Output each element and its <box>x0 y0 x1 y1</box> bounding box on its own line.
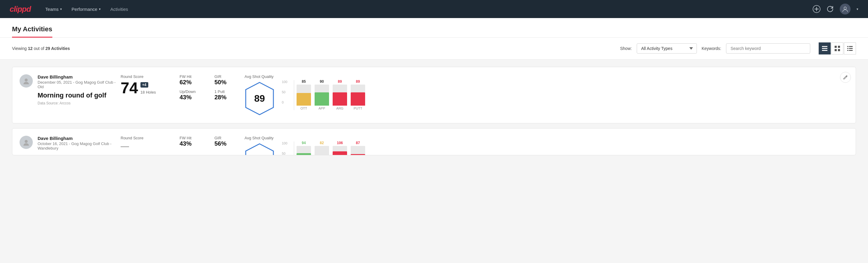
nav-bar: clippd Teams ▾ Performance ▾ Activities <box>0 0 868 18</box>
list-view-button[interactable] <box>819 42 831 55</box>
svg-rect-13 <box>847 50 848 51</box>
gir-block: GIR 50% <box>214 74 240 86</box>
activity-card: Dave Billingham October 16, 2021 - Gog M… <box>12 128 856 155</box>
round-score-label: Round Score <box>121 74 175 79</box>
hex-score <box>245 143 275 155</box>
fw-hit-block: FW Hit 43% <box>180 136 205 147</box>
chevron-down-icon: ▾ <box>60 7 62 11</box>
svg-marker-18 <box>246 144 273 155</box>
shot-quality-block: Avg Shot Quality 100 50 0 <box>245 136 848 155</box>
nav-performance[interactable]: Performance ▾ <box>71 5 101 13</box>
svg-rect-8 <box>838 49 840 51</box>
keyword-input[interactable] <box>726 43 810 54</box>
putt-value: 89 <box>356 80 360 84</box>
ott-bar-col: 94 OTT <box>297 141 311 155</box>
round-score-value: — <box>121 141 129 151</box>
add-icon <box>813 5 820 13</box>
detail-view-button[interactable] <box>844 42 856 55</box>
nav-actions: ▾ <box>813 4 858 14</box>
card-info: Dave Billingham December 05, 2021 - Gog … <box>38 74 116 105</box>
view-toggle <box>819 42 856 55</box>
card-source: Data Source: Arccos <box>38 101 116 105</box>
arg-bar-col: 106 ARG <box>333 141 347 155</box>
arg-label: ARG <box>336 107 343 110</box>
add-button[interactable] <box>813 5 820 13</box>
card-date: December 05, 2021 - Gog Magog Golf Club … <box>38 80 116 89</box>
app-bar-col: 90 APP <box>315 80 329 110</box>
keywords-label: Keywords: <box>702 46 721 51</box>
avg-sq-section: Avg Shot Quality 89 <box>245 74 275 116</box>
user-avatar <box>20 74 33 88</box>
ott-value: 85 <box>302 80 306 84</box>
card-name: Dave Billingham <box>38 136 116 141</box>
user-chevron: ▾ <box>857 7 858 11</box>
card-title: Morning round of golf <box>38 91 116 99</box>
one-putt-block: 1 Putt 28% <box>214 89 240 101</box>
chevron-down-icon: ▾ <box>99 7 101 11</box>
arg-value: 89 <box>338 80 342 84</box>
ott-value: 94 <box>302 141 306 145</box>
user-avatar[interactable] <box>840 4 850 14</box>
svg-rect-9 <box>847 46 848 47</box>
holes-value: 18 Holes <box>141 90 156 94</box>
refresh-button[interactable] <box>827 5 834 12</box>
svg-rect-5 <box>835 46 837 48</box>
svg-rect-7 <box>835 49 837 51</box>
arg-bar-col: 89 ARG <box>333 80 347 110</box>
user-avatar <box>20 136 33 149</box>
user-icon <box>842 6 848 12</box>
svg-rect-4 <box>822 50 828 51</box>
fairway-stats: FW Hit 62% GIR 50% Up/Down 43% 1 Putt 28… <box>180 74 240 101</box>
hexagon-icon <box>245 143 275 155</box>
bar-chart: 100 50 0 85 OTT <box>282 80 365 110</box>
refresh-icon <box>827 5 834 12</box>
show-label: Show: <box>620 46 632 51</box>
activity-type-select[interactable]: All Activity Types <box>637 43 697 54</box>
avg-sq-section: Avg Shot Quality <box>245 136 275 155</box>
page-title: My Activities <box>12 18 52 38</box>
shot-quality-block: Avg Shot Quality 89 100 <box>245 74 848 116</box>
svg-rect-12 <box>849 48 852 49</box>
detail-list-icon <box>847 46 852 51</box>
list-icon <box>822 46 828 51</box>
svg-rect-3 <box>822 48 828 49</box>
viewing-count: Viewing 12 out of 29 Activities <box>12 46 613 51</box>
svg-rect-10 <box>849 46 852 47</box>
card-info: Dave Billingham October 16, 2021 - Gog M… <box>38 136 116 153</box>
edit-button[interactable] <box>840 72 851 83</box>
svg-rect-14 <box>849 50 852 51</box>
activity-card: Dave Billingham December 05, 2021 - Gog … <box>12 67 856 123</box>
card-name: Dave Billingham <box>38 74 116 80</box>
ott-bar-col: 85 OTT <box>297 80 311 110</box>
filter-bar: Viewing 12 out of 29 Activities Show: Al… <box>0 38 868 60</box>
fw-hit-block: FW Hit 62% <box>180 74 205 86</box>
fairway-stats: FW Hit 43% GIR 56% <box>180 136 240 147</box>
nav-teams[interactable]: Teams ▾ <box>45 5 62 13</box>
putt-bar-col: 87 PUTT <box>351 141 365 155</box>
logo[interactable]: clippd <box>10 4 31 14</box>
putt-label: PUTT <box>354 107 363 110</box>
activities-list: Dave Billingham December 05, 2021 - Gog … <box>0 60 868 167</box>
nav-activities[interactable]: Activities <box>111 5 128 13</box>
app-value: 90 <box>320 80 323 84</box>
gir-block: GIR 56% <box>214 136 240 147</box>
svg-point-1 <box>844 7 846 9</box>
app-bar-col: 82 APP <box>315 141 329 155</box>
grid-view-button[interactable] <box>831 42 843 55</box>
avatar-icon <box>22 77 30 85</box>
svg-point-15 <box>25 79 28 82</box>
page-header: My Activities <box>0 18 868 38</box>
grid-icon <box>835 46 840 51</box>
svg-point-17 <box>25 140 28 143</box>
svg-rect-11 <box>847 48 848 49</box>
score-badge: +4 <box>141 82 148 88</box>
app-value: 82 <box>320 141 323 145</box>
avatar-icon <box>22 139 30 146</box>
round-score-block: Round Score — <box>121 136 175 151</box>
putt-value: 87 <box>356 141 360 145</box>
updown-block: Up/Down 43% <box>180 89 205 101</box>
hex-value: 89 <box>254 93 265 104</box>
hex-score: 89 <box>245 81 275 116</box>
card-date: October 16, 2021 - Gog Magog Golf Club -… <box>38 141 116 150</box>
svg-rect-2 <box>822 46 828 47</box>
